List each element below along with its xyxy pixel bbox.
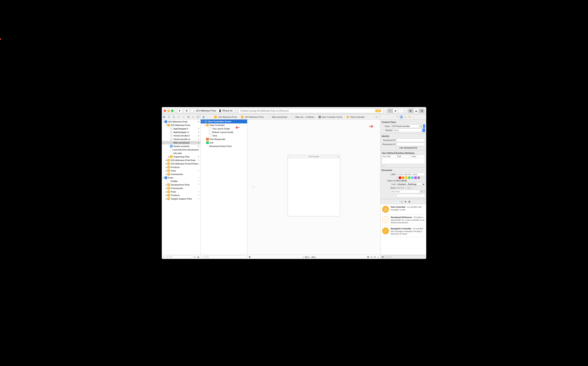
color-swatch[interactable] (418, 176, 420, 179)
outline-row[interactable]: View (201, 134, 247, 137)
size-inspector-tab[interactable]: 📏 (408, 116, 411, 118)
file-inspector-tab[interactable]: 📄 (392, 116, 395, 118)
standard-editor-button[interactable]: ≡ (387, 109, 393, 113)
stop-button[interactable] (184, 109, 189, 113)
file-template-library-tab[interactable]: 📄 (397, 200, 399, 203)
tree-row[interactable]: ▶Pods? (162, 169, 200, 173)
font-input[interactable] (391, 190, 420, 193)
debug-navigator-tab[interactable]: ▤ (187, 115, 190, 119)
align-button[interactable]: ⊟ (371, 256, 372, 258)
tree-row[interactable]: ▼iOS-Webview-ProtoM (162, 120, 200, 123)
quick-help-tab[interactable]: ? (397, 116, 398, 118)
scene-header[interactable]: ▼ View Controller Scene (201, 120, 247, 123)
outline-toggle-icon[interactable]: ▦ (202, 116, 205, 118)
tree-row[interactable]: ▶Frameworks (162, 186, 200, 190)
tree-row[interactable]: mAppDelegate.mA (162, 130, 200, 134)
tree-row[interactable]: ▼Pods? (162, 176, 200, 180)
scm-filter-icon[interactable]: ▣ (197, 256, 199, 258)
library-filter[interactable]: ⊙ Filter (384, 255, 425, 259)
restoration-id-input[interactable] (396, 143, 425, 146)
library-item[interactable]: ▢View Controller - A controller that man… (381, 204, 426, 214)
tree-row[interactable]: ▶Targets Support Files? (162, 197, 200, 200)
library-item[interactable]: ▢Storyboard Reference - Provides a place… (381, 214, 426, 226)
toggle-inspector-button[interactable]: ◨ (419, 109, 424, 113)
warning-badge[interactable]: ⚠ 24 (375, 109, 381, 112)
test-navigator-tab[interactable]: ◇ (182, 115, 185, 119)
outline-row[interactable]: Top Layout Guide (201, 127, 247, 130)
outline-row[interactable]: Bottom Layout Guide (201, 130, 247, 134)
zoom-button[interactable] (171, 110, 173, 112)
font-picker-button[interactable]: T (421, 191, 423, 193)
size-class-control[interactable]: wAny hAny (302, 256, 316, 258)
tree-row[interactable]: ▶iOS-Webview-ProtoTestsA (162, 159, 200, 162)
recent-filter-icon[interactable]: 🕘 (193, 256, 196, 258)
tree-row[interactable]: ▶Frameworks (162, 173, 200, 176)
tree-row[interactable]: ▶Products? (162, 193, 200, 197)
scheme-selector[interactable]: ▲ iOS-Webview-Proto › 📱 iPhone 6s (191, 109, 234, 113)
close-button[interactable] (164, 110, 166, 112)
identity-inspector-tab[interactable]: ▣ (400, 115, 403, 118)
stack-button[interactable]: ▦ (367, 256, 369, 258)
tree-row[interactable]: ▶Development Pods? (162, 183, 200, 186)
symbol-navigator-tab[interactable]: ☰ (167, 115, 171, 119)
tree-row[interactable]: Assets.xcassetsM (162, 145, 200, 148)
tree-row[interactable]: ▶iOS-Webview-ProtoUITestsA (162, 162, 200, 166)
tree-row[interactable]: Main.storyboardA (162, 141, 200, 145)
tree-row[interactable]: Info.plist (162, 152, 200, 155)
attributes-inspector-tab[interactable]: ⎋ (405, 116, 406, 118)
add-attr-button[interactable]: + (382, 164, 383, 167)
outline-filter[interactable]: ⊙ Filter (202, 255, 246, 259)
toggle-debug-button[interactable]: ⬓ (413, 109, 419, 113)
label-color-swatches[interactable]: ✕ (397, 176, 425, 179)
color-swatch[interactable] (405, 176, 407, 179)
doc-label-input[interactable] (396, 173, 425, 176)
add-button[interactable]: + (163, 256, 164, 258)
library-list[interactable]: ▢View Controller - A controller that man… (381, 204, 426, 255)
tree-row[interactable]: hAppDelegate.hA (162, 127, 200, 130)
find-navigator-tab[interactable]: 🔍 (172, 115, 176, 119)
storyboard-id-input[interactable] (396, 138, 425, 142)
assistant-editor-button[interactable]: ◉ (393, 109, 398, 113)
color-swatch[interactable] (399, 176, 401, 179)
tree-row[interactable]: Podfile? (162, 180, 200, 183)
tree-row[interactable]: LaunchScreen.storyboardA (162, 148, 200, 152)
outline-row[interactable]: Exit (201, 141, 247, 145)
class-dropdown[interactable]: ▾ (423, 124, 425, 128)
clear-icon[interactable]: ⊗ (420, 125, 422, 128)
module-dropdown[interactable]: ▾ (423, 129, 425, 132)
color-swatch[interactable] (411, 176, 414, 179)
tree-row[interactable]: ▶Supporting FilesA (162, 155, 200, 159)
pin-button[interactable]: ⊞ (374, 256, 376, 258)
tree-row[interactable]: ▶Pods? (162, 190, 200, 193)
forward-button[interactable]: › (209, 116, 211, 118)
library-item[interactable]: ‹Navigation Controller - A controller th… (381, 226, 426, 237)
issue-navigator-tab[interactable]: ⚠ (177, 115, 180, 119)
outline-row[interactable]: ▼View Controller (201, 123, 247, 127)
module-input[interactable] (393, 129, 422, 132)
color-swatch[interactable] (402, 176, 404, 179)
remove-attr-button[interactable]: − (384, 164, 385, 167)
media-library-tab[interactable]: ▦ (408, 200, 410, 203)
view-controller-frame[interactable]: View Controller ▬ (287, 158, 340, 216)
project-tree[interactable]: ▼iOS-Webview-ProtoM▼iOS-Webview-ProtohAp… (162, 120, 200, 255)
outline-toggle-bottom[interactable]: ◧ (249, 256, 251, 258)
canvas-body[interactable]: → View Controller ▬ (247, 120, 380, 255)
report-navigator-tab[interactable]: 💬 (196, 115, 200, 119)
tree-row[interactable]: ▶Products (162, 166, 200, 169)
toggle-navigator-button[interactable]: ◧ (408, 109, 413, 113)
library-view-toggle[interactable]: ▦ (382, 256, 384, 258)
run-button[interactable] (177, 109, 182, 113)
tree-row[interactable]: ▼iOS-Webview-Proto (162, 123, 200, 127)
jump-bar[interactable]: iOS-Webview-Proto iOS-Webview-Proto Main… (212, 114, 380, 119)
minimize-button[interactable] (167, 110, 170, 112)
color-swatch[interactable] (408, 176, 411, 179)
notes-input[interactable] (396, 194, 425, 198)
outline-list[interactable]: ▼View ControllerTop Layout GuideBottom L… (201, 123, 247, 255)
breakpoint-navigator-tab[interactable]: ▭ (191, 115, 195, 119)
back-button[interactable]: ‹ (206, 116, 208, 118)
lock-select[interactable]: Inherited - (Nothing) (397, 183, 425, 186)
class-input[interactable] (391, 124, 419, 128)
runtime-attrs-table[interactable] (382, 158, 425, 164)
resolve-button[interactable]: △ (377, 256, 379, 258)
use-storyboard-id-checkbox[interactable] (397, 147, 399, 149)
